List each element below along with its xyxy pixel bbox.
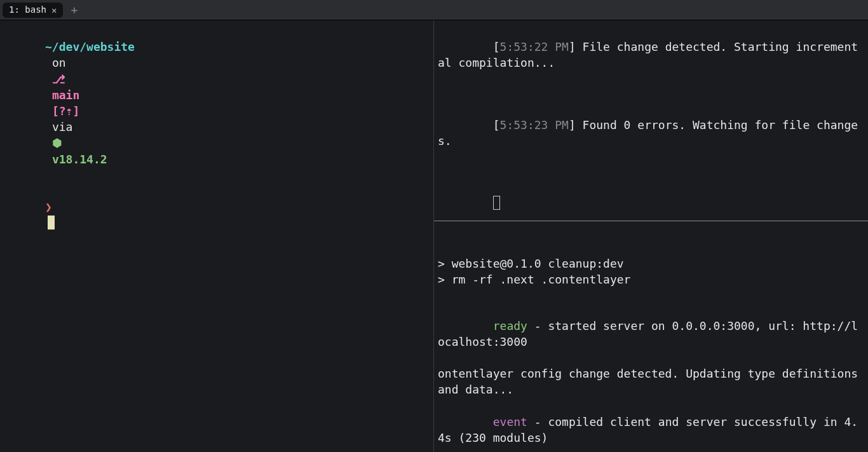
log-line: [5:53:22 PM] File change detected. Start…: [438, 23, 864, 87]
npm-command-line: > rm -rf .next .contentlayer: [438, 271, 864, 287]
status-event: event: [493, 415, 527, 428]
cursor-line: [438, 179, 864, 222]
workspace: ~/dev/website on ⎇ main [?⇡] via ⬢ v18.1…: [0, 20, 868, 452]
prompt-on: [45, 56, 52, 69]
prompt-git-status: [?⇡]: [52, 104, 79, 118]
cursor-outline-icon: [493, 196, 500, 210]
prompt-arrow: ❯: [45, 200, 52, 214]
status-ready: ready: [493, 319, 527, 332]
add-tab-button[interactable]: +: [67, 4, 81, 16]
terminal-pane-bottom-right[interactable]: > website@0.1.0 cleanup:dev > rm -rf .ne…: [434, 221, 868, 452]
cursor-block-icon: [48, 216, 55, 229]
tab-bar: 1: bash ✕ +: [0, 0, 868, 20]
compile-event-line: event - compiled client and server succe…: [438, 398, 864, 453]
tab-bash[interactable]: 1: bash ✕: [3, 3, 63, 18]
terminal-pane-top-right[interactable]: [5:53:22 PM] File change detected. Start…: [434, 20, 868, 221]
git-branch-icon: ⎇: [52, 72, 65, 86]
log-timestamp: 5:53:22 PM: [500, 40, 569, 53]
node-hex-icon: ⬢: [52, 136, 62, 149]
tab-label: 1: bash: [9, 4, 46, 17]
contentlayer-line: ontentlayer config change detected. Upda…: [438, 366, 864, 397]
plus-icon: +: [71, 3, 78, 17]
log-timestamp: 5:53:23 PM: [500, 118, 569, 132]
prompt-input-line[interactable]: ❯: [4, 183, 430, 247]
log-line: [5:53:23 PM] Found 0 errors. Watching fo…: [438, 101, 864, 165]
right-column: [5:53:22 PM] File change detected. Start…: [434, 20, 868, 452]
terminal-pane-left[interactable]: ~/dev/website on ⎇ main [?⇡] via ⬢ v18.1…: [0, 20, 434, 452]
prompt-node-version: v18.14.2: [52, 153, 107, 166]
prompt-branch: main: [52, 88, 79, 102]
prompt-path: ~/dev/website: [45, 40, 135, 53]
prompt-line: ~/dev/website on ⎇ main [?⇡] via ⬢ v18.1…: [4, 23, 430, 183]
npm-script-line: > website@0.1.0 cleanup:dev: [438, 256, 864, 271]
server-ready-line: ready - started server on 0.0.0.0:3000, …: [438, 301, 864, 366]
close-icon[interactable]: ✕: [51, 6, 57, 15]
prompt-via: via: [52, 120, 73, 134]
